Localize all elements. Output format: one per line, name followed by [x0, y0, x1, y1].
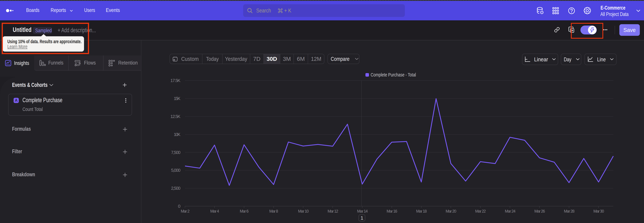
- svg-text:Mar 20: Mar 20: [446, 209, 456, 213]
- svg-text:Mar 28: Mar 28: [564, 209, 574, 213]
- svg-text:7,500: 7,500: [171, 150, 180, 155]
- svg-text:Mar 12: Mar 12: [328, 209, 338, 213]
- svg-text:Mar 22: Mar 22: [475, 209, 486, 213]
- svg-text:10K: 10K: [174, 132, 180, 137]
- svg-text:Mar 4: Mar 4: [210, 209, 219, 213]
- svg-text:Mar 8: Mar 8: [269, 209, 278, 213]
- svg-text:5,000: 5,000: [171, 168, 180, 173]
- svg-text:Mar 14: Mar 14: [357, 209, 368, 213]
- svg-text:Mar 26: Mar 26: [534, 209, 545, 213]
- svg-text:Mar 24: Mar 24: [505, 209, 515, 213]
- svg-text:Mar 18: Mar 18: [416, 209, 427, 213]
- svg-text:Mar 6: Mar 6: [240, 209, 248, 213]
- svg-text:2,500: 2,500: [171, 186, 180, 191]
- svg-text:12.5K: 12.5K: [170, 114, 180, 119]
- svg-text:0: 0: [178, 204, 180, 209]
- svg-text:Mar 10: Mar 10: [298, 209, 308, 213]
- svg-text:15K: 15K: [174, 96, 180, 101]
- svg-text:Mar 2: Mar 2: [181, 209, 190, 213]
- svg-text:17.5K: 17.5K: [170, 78, 180, 83]
- svg-text:Mar 16: Mar 16: [386, 209, 397, 213]
- svg-text:Mar 30: Mar 30: [593, 209, 604, 213]
